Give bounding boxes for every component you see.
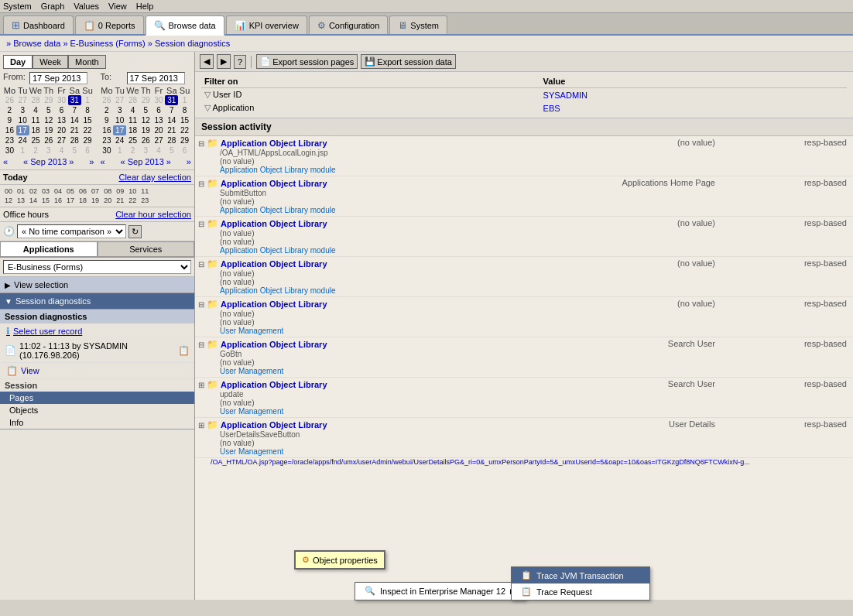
- activity-app-link-1[interactable]: Application Object Library: [221, 179, 327, 188]
- tab-system[interactable]: 🖥 System: [389, 15, 447, 34]
- tree-folder-icon-6: 📁: [207, 379, 218, 390]
- tab-browse[interactable]: 🔍 Browse data: [146, 15, 224, 36]
- activity-app-link-4[interactable]: Application Object Library: [221, 299, 327, 309]
- session-diag-header[interactable]: ▼ Session diagnostics: [0, 293, 194, 310]
- time-05[interactable]: 05: [65, 187, 76, 196]
- tab-kpi[interactable]: 📊 KPI overview: [226, 15, 307, 34]
- time-14[interactable]: 14: [28, 196, 39, 205]
- expand-btn-6[interactable]: ⊞: [198, 381, 204, 389]
- time-00[interactable]: 00: [3, 187, 14, 196]
- trace-jvm-item[interactable]: 📋 Trace JVM Transaction: [512, 567, 649, 583]
- expand-btn-2[interactable]: ⊟: [198, 220, 204, 228]
- view-item[interactable]: 📋 View: [0, 363, 194, 379]
- services-tab[interactable]: Services: [98, 241, 195, 257]
- clear-day-link[interactable]: Clear day selection: [118, 173, 191, 182]
- breadcrumb-ebusiness[interactable]: E-Business (Forms): [70, 39, 146, 48]
- activity-sub3-1: Application Object Library module: [198, 206, 554, 214]
- cal-prev-left[interactable]: «: [3, 157, 8, 166]
- menu-system[interactable]: System: [3, 2, 32, 11]
- activity-app-link-2[interactable]: Application Object Library: [221, 219, 327, 228]
- expand-btn-3[interactable]: ⊟: [198, 260, 204, 269]
- tab-reports[interactable]: 📋 0 Reports: [75, 15, 144, 34]
- session-diag-label: Session diagnostics: [15, 296, 91, 306]
- time-19[interactable]: 19: [90, 196, 101, 205]
- view-selection-header[interactable]: ▶ View selection: [0, 277, 194, 293]
- session-section: Session diagnostics ℹ Select user record…: [0, 310, 194, 429]
- time-11[interactable]: 11: [139, 187, 150, 196]
- time-07[interactable]: 07: [90, 187, 101, 196]
- cal-prev-right[interactable]: «: [101, 157, 105, 166]
- time-13[interactable]: 13: [15, 196, 26, 205]
- to-date[interactable]: 17 Sep 2013: [127, 72, 185, 84]
- time-21[interactable]: 21: [115, 196, 125, 205]
- activity-sub1-5: GoBtn: [198, 350, 554, 358]
- table-row: ⊟ 📁 Application Object Library (no value…: [195, 217, 853, 257]
- nav-fwd-btn[interactable]: ▶: [217, 54, 231, 69]
- help-btn[interactable]: ?: [234, 55, 246, 69]
- export-data-btn[interactable]: 💾 Export session data: [361, 54, 456, 69]
- pages-nav-item[interactable]: Pages: [0, 392, 194, 404]
- applications-tab[interactable]: Applications: [0, 241, 98, 257]
- cal-nav-right[interactable]: « « Sep 2013 » »: [101, 157, 192, 166]
- time-18[interactable]: 18: [77, 196, 88, 205]
- nav-back-btn[interactable]: ◀: [200, 54, 214, 69]
- tab-config[interactable]: ⚙ Configuration: [309, 15, 388, 34]
- time-02[interactable]: 02: [28, 187, 39, 196]
- expand-btn-0[interactable]: ⊟: [198, 139, 204, 148]
- from-date[interactable]: 17 Sep 2013: [29, 72, 87, 84]
- session-entry-item[interactable]: 📄 11:02 - 11:13 by SYSADMIN (10.176.98.2…: [0, 339, 194, 363]
- cal-next-left[interactable]: »: [89, 157, 94, 166]
- activity-val1-5: Search User: [564, 339, 716, 348]
- expand-btn-4[interactable]: ⊟: [198, 300, 204, 309]
- expand-btn-1[interactable]: ⊟: [198, 180, 204, 188]
- week-btn[interactable]: Week: [33, 55, 68, 69]
- objects-nav-item[interactable]: Objects: [0, 404, 194, 416]
- filter-row-userid: ▽ User ID SYSADMIN: [201, 88, 847, 102]
- export-pages-btn[interactable]: 📄 Export session pages: [256, 54, 358, 69]
- breadcrumb-browse[interactable]: Browse data: [13, 39, 60, 48]
- menu-graph[interactable]: Graph: [41, 2, 65, 11]
- time-22[interactable]: 22: [127, 196, 138, 205]
- activity-app-link-5[interactable]: Application Object Library: [221, 340, 327, 349]
- app-select-dropdown[interactable]: E-Business (Forms): [3, 260, 191, 274]
- time-17[interactable]: 17: [65, 196, 76, 205]
- time-comp-select[interactable]: « No time comparison »: [17, 224, 126, 238]
- select-user-item[interactable]: ℹ Select user record: [0, 323, 194, 339]
- menu-help[interactable]: Help: [136, 2, 154, 11]
- expand-btn-5[interactable]: ⊟: [198, 341, 204, 349]
- activity-app-link-6[interactable]: Application Object Library: [221, 380, 327, 389]
- info-nav-item[interactable]: Info: [0, 416, 194, 429]
- time-01[interactable]: 01: [15, 187, 26, 196]
- inspect-menu-item[interactable]: 🔍 Inspect in Enterprise Manager 12 ▶: [355, 583, 525, 600]
- day-btn[interactable]: Day: [3, 55, 33, 69]
- cal-nav-left[interactable]: « « Sep 2013 » »: [3, 157, 94, 166]
- month-btn[interactable]: Month: [68, 55, 106, 69]
- time-04[interactable]: 04: [53, 187, 63, 196]
- trace-request-item[interactable]: 📋 Trace Request: [512, 583, 649, 600]
- activity-app-link-7[interactable]: Application Object Library: [221, 420, 327, 429]
- time-23[interactable]: 23: [139, 196, 150, 205]
- activity-app-link-0[interactable]: Application Object Library: [221, 139, 327, 148]
- time-08[interactable]: 08: [102, 187, 113, 196]
- time-03[interactable]: 03: [40, 187, 51, 196]
- time-06[interactable]: 06: [77, 187, 88, 196]
- time-16[interactable]: 16: [53, 196, 63, 205]
- time-10[interactable]: 10: [127, 187, 138, 196]
- context-menu: 🔍 Inspect in Enterprise Manager 12 ▶: [355, 582, 526, 600]
- expand-btn-7[interactable]: ⊞: [198, 421, 204, 429]
- time-15[interactable]: 15: [40, 196, 51, 205]
- activity-app-link-3[interactable]: Application Object Library: [221, 259, 327, 269]
- clear-hour-link[interactable]: Clear hour selection: [115, 210, 191, 219]
- refresh-btn[interactable]: ↻: [128, 225, 142, 238]
- cal-next-right[interactable]: »: [187, 157, 191, 166]
- view-label: View: [21, 366, 39, 375]
- time-20[interactable]: 20: [102, 196, 113, 205]
- menu-values[interactable]: Values: [74, 2, 99, 11]
- object-properties-popup: ⚙ Object properties: [294, 550, 385, 570]
- view-selection-label: View selection: [14, 280, 68, 289]
- tab-dashboard[interactable]: ⊞ Dashboard: [3, 15, 74, 34]
- table-row: ⊟ 📁 Application Object Library /OA_HTML/…: [195, 136, 853, 176]
- time-12[interactable]: 12: [3, 196, 14, 205]
- time-09[interactable]: 09: [115, 187, 125, 196]
- menu-view[interactable]: View: [108, 2, 127, 11]
